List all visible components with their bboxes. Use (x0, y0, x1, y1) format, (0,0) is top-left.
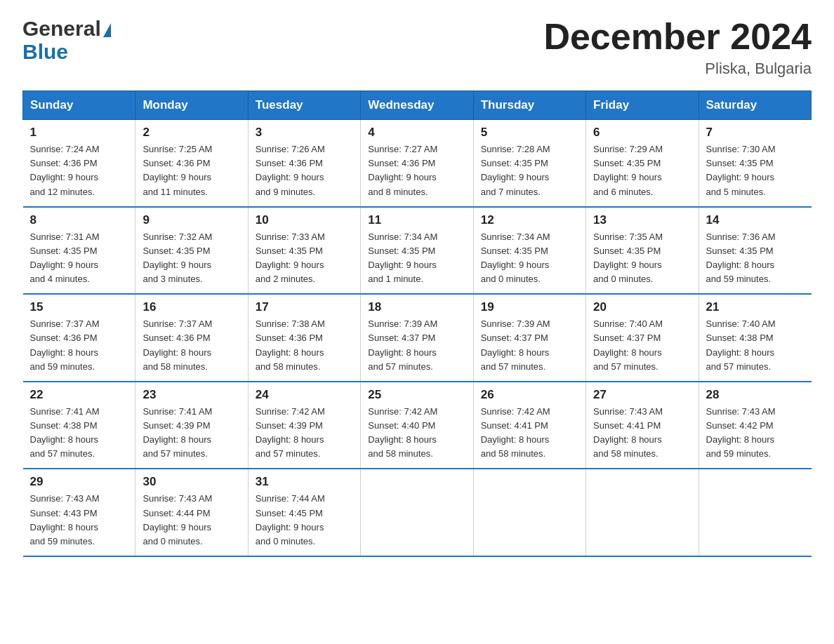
day-info: Sunrise: 7:24 AM Sunset: 4:36 PM Dayligh… (30, 142, 128, 199)
day-number: 23 (143, 388, 240, 402)
day-number: 21 (706, 300, 805, 314)
day-info: Sunrise: 7:39 AM Sunset: 4:37 PM Dayligh… (368, 317, 465, 374)
day-number: 24 (256, 388, 353, 402)
calendar-week-row: 1Sunrise: 7:24 AM Sunset: 4:36 PM Daylig… (23, 120, 812, 207)
day-number: 6 (593, 126, 691, 140)
day-number: 7 (706, 126, 805, 140)
day-info: Sunrise: 7:30 AM Sunset: 4:35 PM Dayligh… (706, 142, 805, 199)
calendar-cell: 19Sunrise: 7:39 AM Sunset: 4:37 PM Dayli… (473, 294, 585, 382)
calendar-week-row: 29Sunrise: 7:43 AM Sunset: 4:43 PM Dayli… (23, 469, 812, 556)
day-info: Sunrise: 7:29 AM Sunset: 4:35 PM Dayligh… (593, 142, 691, 199)
day-number: 25 (368, 388, 465, 402)
calendar-week-row: 22Sunrise: 7:41 AM Sunset: 4:38 PM Dayli… (23, 382, 812, 469)
calendar-cell: 27Sunrise: 7:43 AM Sunset: 4:41 PM Dayli… (586, 382, 699, 469)
day-number: 29 (30, 475, 128, 489)
calendar-cell: 28Sunrise: 7:43 AM Sunset: 4:42 PM Dayli… (699, 382, 811, 469)
day-info: Sunrise: 7:26 AM Sunset: 4:36 PM Dayligh… (256, 142, 353, 199)
calendar-cell (699, 469, 811, 556)
day-number: 18 (368, 300, 465, 314)
day-number: 30 (143, 475, 240, 489)
day-number: 13 (593, 213, 691, 227)
day-info: Sunrise: 7:41 AM Sunset: 4:38 PM Dayligh… (30, 405, 128, 462)
calendar-cell: 23Sunrise: 7:41 AM Sunset: 4:39 PM Dayli… (135, 382, 248, 469)
day-number: 5 (481, 126, 578, 140)
day-number: 17 (256, 300, 353, 314)
calendar-cell (586, 469, 699, 556)
day-number: 19 (481, 300, 578, 314)
logo-general-text: General (22, 17, 101, 40)
day-info: Sunrise: 7:37 AM Sunset: 4:36 PM Dayligh… (143, 317, 240, 374)
calendar-cell: 12Sunrise: 7:34 AM Sunset: 4:35 PM Dayli… (473, 207, 585, 295)
day-number: 15 (30, 300, 128, 314)
day-number: 8 (30, 213, 128, 227)
day-info: Sunrise: 7:28 AM Sunset: 4:35 PM Dayligh… (481, 142, 578, 199)
calendar-cell: 16Sunrise: 7:37 AM Sunset: 4:36 PM Dayli… (135, 294, 248, 382)
weekday-header-friday: Friday (586, 91, 699, 120)
day-number: 4 (368, 126, 465, 140)
weekday-header-monday: Monday (135, 91, 248, 120)
calendar-week-row: 15Sunrise: 7:37 AM Sunset: 4:36 PM Dayli… (23, 294, 812, 382)
weekday-header-tuesday: Tuesday (248, 91, 360, 120)
calendar-cell: 20Sunrise: 7:40 AM Sunset: 4:37 PM Dayli… (586, 294, 699, 382)
day-info: Sunrise: 7:44 AM Sunset: 4:45 PM Dayligh… (256, 492, 353, 549)
calendar-cell: 25Sunrise: 7:42 AM Sunset: 4:40 PM Dayli… (361, 382, 473, 469)
day-number: 20 (593, 300, 691, 314)
day-info: Sunrise: 7:37 AM Sunset: 4:36 PM Dayligh… (30, 317, 128, 374)
day-info: Sunrise: 7:27 AM Sunset: 4:36 PM Dayligh… (368, 142, 465, 199)
day-info: Sunrise: 7:43 AM Sunset: 4:42 PM Dayligh… (706, 405, 805, 462)
day-info: Sunrise: 7:34 AM Sunset: 4:35 PM Dayligh… (368, 230, 465, 287)
day-number: 11 (368, 213, 465, 227)
calendar-cell: 3Sunrise: 7:26 AM Sunset: 4:36 PM Daylig… (248, 120, 360, 207)
day-number: 28 (706, 388, 805, 402)
calendar-cell: 9Sunrise: 7:32 AM Sunset: 4:35 PM Daylig… (135, 207, 248, 295)
day-info: Sunrise: 7:36 AM Sunset: 4:35 PM Dayligh… (706, 230, 805, 287)
day-number: 12 (481, 213, 578, 227)
calendar-cell: 15Sunrise: 7:37 AM Sunset: 4:36 PM Dayli… (23, 294, 135, 382)
day-info: Sunrise: 7:33 AM Sunset: 4:35 PM Dayligh… (256, 230, 353, 287)
day-number: 16 (143, 300, 240, 314)
title-block: December 2024 Pliska, Bulgaria (543, 17, 812, 78)
calendar-cell: 30Sunrise: 7:43 AM Sunset: 4:44 PM Dayli… (135, 469, 248, 556)
day-number: 27 (593, 388, 691, 402)
day-number: 1 (30, 126, 128, 140)
weekday-header-thursday: Thursday (473, 91, 585, 120)
logo-triangle-icon (103, 23, 111, 37)
calendar-cell: 5Sunrise: 7:28 AM Sunset: 4:35 PM Daylig… (473, 120, 585, 207)
calendar-cell: 17Sunrise: 7:38 AM Sunset: 4:36 PM Dayli… (248, 294, 360, 382)
calendar-cell: 22Sunrise: 7:41 AM Sunset: 4:38 PM Dayli… (23, 382, 135, 469)
weekday-header-saturday: Saturday (699, 91, 811, 120)
calendar-cell: 10Sunrise: 7:33 AM Sunset: 4:35 PM Dayli… (248, 207, 360, 295)
calendar-cell: 7Sunrise: 7:30 AM Sunset: 4:35 PM Daylig… (699, 120, 811, 207)
calendar-cell: 26Sunrise: 7:42 AM Sunset: 4:41 PM Dayli… (473, 382, 585, 469)
weekday-header-wednesday: Wednesday (361, 91, 473, 120)
day-info: Sunrise: 7:39 AM Sunset: 4:37 PM Dayligh… (481, 317, 578, 374)
day-info: Sunrise: 7:41 AM Sunset: 4:39 PM Dayligh… (143, 405, 240, 462)
day-info: Sunrise: 7:40 AM Sunset: 4:37 PM Dayligh… (593, 317, 691, 374)
day-number: 14 (706, 213, 805, 227)
day-info: Sunrise: 7:42 AM Sunset: 4:40 PM Dayligh… (368, 405, 465, 462)
calendar-cell: 2Sunrise: 7:25 AM Sunset: 4:36 PM Daylig… (135, 120, 248, 207)
day-number: 31 (256, 475, 353, 489)
day-info: Sunrise: 7:25 AM Sunset: 4:36 PM Dayligh… (143, 142, 240, 199)
page-header: General Blue December 2024 Pliska, Bulga… (22, 17, 812, 78)
day-number: 9 (143, 213, 240, 227)
calendar-title: December 2024 (543, 17, 812, 57)
calendar-cell: 13Sunrise: 7:35 AM Sunset: 4:35 PM Dayli… (586, 207, 699, 295)
calendar-cell (473, 469, 585, 556)
day-info: Sunrise: 7:42 AM Sunset: 4:41 PM Dayligh… (481, 405, 578, 462)
calendar-location: Pliska, Bulgaria (543, 60, 812, 78)
calendar-cell: 11Sunrise: 7:34 AM Sunset: 4:35 PM Dayli… (361, 207, 473, 295)
day-info: Sunrise: 7:32 AM Sunset: 4:35 PM Dayligh… (143, 230, 240, 287)
day-number: 10 (256, 213, 353, 227)
day-number: 3 (256, 126, 353, 140)
calendar-cell: 18Sunrise: 7:39 AM Sunset: 4:37 PM Dayli… (361, 294, 473, 382)
day-info: Sunrise: 7:40 AM Sunset: 4:38 PM Dayligh… (706, 317, 805, 374)
calendar-cell: 24Sunrise: 7:42 AM Sunset: 4:39 PM Dayli… (248, 382, 360, 469)
day-info: Sunrise: 7:38 AM Sunset: 4:36 PM Dayligh… (256, 317, 353, 374)
day-info: Sunrise: 7:35 AM Sunset: 4:35 PM Dayligh… (593, 230, 691, 287)
calendar-table: SundayMondayTuesdayWednesdayThursdayFrid… (22, 90, 812, 557)
calendar-cell: 14Sunrise: 7:36 AM Sunset: 4:35 PM Dayli… (699, 207, 811, 295)
calendar-cell: 29Sunrise: 7:43 AM Sunset: 4:43 PM Dayli… (23, 469, 135, 556)
weekday-header-sunday: Sunday (23, 91, 135, 120)
logo: General Blue (22, 17, 111, 63)
